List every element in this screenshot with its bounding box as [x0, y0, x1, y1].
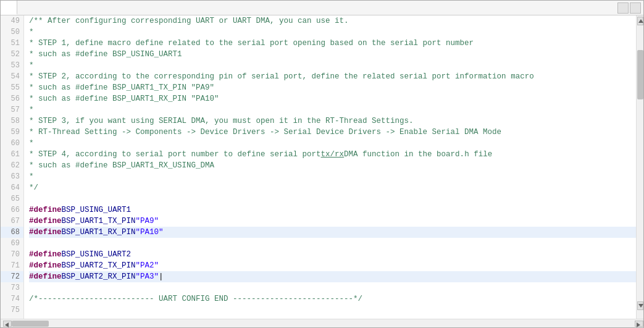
token: * STEP 1, define macro define related to… [29, 38, 474, 49]
code-line: #define BSP_UART2_TX_PIN "PA2" [29, 260, 636, 271]
h-scrollbar-thumb[interactable] [12, 321, 49, 327]
code-line: * [29, 27, 636, 38]
line-number: 53 [1, 60, 23, 71]
code-line: /** After configuring corresponding UART… [29, 15, 636, 27]
token: * RT-Thread Setting -> Components -> Dev… [29, 127, 501, 138]
code-line: * such as #define BSP_UART1_RX_USING_DMA [29, 160, 636, 171]
line-number-gutter: 4950515253545556575859606162636465666768… [1, 15, 24, 319]
token: "PA10" [136, 227, 164, 238]
code-line [29, 238, 636, 249]
code-line: * STEP 1, define macro define related to… [29, 38, 636, 49]
editor-window: 4950515253545556575859606162636465666768… [0, 0, 644, 328]
code-line: */ [29, 182, 636, 193]
line-number: 67 [1, 216, 23, 227]
line-number: 69 [1, 238, 23, 249]
code-line: #define BSP_UART2_RX_PIN "PA3"| [29, 271, 636, 282]
token: BSP_USING_UART2 [62, 249, 132, 260]
token: * such as #define BSP_UART1_RX_PIN "PA10… [29, 93, 219, 104]
line-number: 49 [1, 15, 23, 27]
line-number: 70 [1, 249, 23, 260]
minimize-button[interactable] [617, 2, 629, 14]
code-line: * [29, 138, 636, 149]
token: #define [29, 260, 62, 271]
token: #define [29, 249, 62, 260]
line-number: 52 [1, 49, 23, 60]
code-line: #define BSP_UART1_RX_PIN "PA10" [29, 227, 636, 238]
vertical-scrollbar[interactable] [636, 15, 643, 319]
token: BSP_UART1_TX_PIN [62, 216, 136, 227]
token: DMA function in the board.h file [344, 149, 492, 160]
token: */ [29, 182, 38, 193]
line-number: 66 [1, 204, 23, 216]
code-line: /*------------------------- UART CONFIG … [29, 293, 636, 305]
token: * [29, 138, 34, 149]
line-number: 72 [1, 271, 23, 282]
token: "PA3" [136, 271, 159, 282]
svg-marker-3 [637, 322, 640, 327]
line-number: 60 [1, 138, 23, 149]
code-line [29, 305, 636, 316]
line-number: 62 [1, 160, 23, 171]
line-number: 73 [1, 282, 23, 293]
code-line: * [29, 171, 636, 182]
token: * [29, 60, 34, 71]
tab-bar [1, 1, 643, 15]
token: BSP_UART2_TX_PIN [62, 260, 136, 271]
line-number: 68 [1, 227, 23, 238]
token: * such as #define BSP_USING_UART1 [29, 49, 182, 60]
code-lines: /** After configuring corresponding UART… [24, 15, 636, 316]
line-number: 74 [1, 293, 23, 305]
token: * STEP 3, if you want using SERIAL DMA, … [29, 116, 414, 127]
svg-marker-1 [638, 304, 643, 308]
scroll-left-arrow[interactable] [3, 321, 12, 327]
token: * [29, 27, 34, 38]
line-number: 51 [1, 38, 23, 49]
line-number: 57 [1, 104, 23, 116]
code-area[interactable]: /** After configuring corresponding UART… [24, 15, 636, 319]
token: tx/rx [321, 149, 345, 160]
code-line: * STEP 4, according to serial port numbe… [29, 149, 636, 160]
code-line: * [29, 60, 636, 71]
token: * such as #define BSP_UART1_TX_PIN "PA9" [29, 82, 214, 93]
file-tab[interactable] [1, 1, 17, 15]
token: #define [29, 216, 62, 227]
main-content: 4950515253545556575859606162636465666768… [1, 15, 643, 327]
scroll-right-arrow[interactable] [635, 321, 643, 327]
token: /*------------------------- UART CONFIG … [29, 293, 362, 305]
token: BSP_UART1_RX_PIN [62, 227, 136, 238]
line-number: 56 [1, 93, 23, 104]
code-line: * STEP 3, if you want using SERIAL DMA, … [29, 116, 636, 127]
token: #define [29, 227, 62, 238]
code-line [29, 282, 636, 293]
code-line: #define BSP_USING_UART1 [29, 204, 636, 216]
window-controls [617, 1, 643, 15]
scroll-up-arrow[interactable] [637, 17, 643, 25]
editor-area: 4950515253545556575859606162636465666768… [1, 15, 643, 327]
token: "PA2" [136, 260, 159, 271]
svg-marker-0 [638, 19, 643, 23]
token: BSP_USING_UART1 [62, 204, 132, 216]
line-number: 54 [1, 71, 23, 82]
code-line [29, 193, 636, 204]
line-number: 71 [1, 260, 23, 271]
token: * STEP 4, according to serial port numbe… [29, 149, 321, 160]
token: * such as #define BSP_UART1_RX_USING_DMA [29, 160, 214, 171]
code-line: * [29, 104, 636, 116]
code-line: #define BSP_UART1_TX_PIN "PA9" [29, 216, 636, 227]
token: #define [29, 271, 62, 282]
code-line: * such as #define BSP_UART1_TX_PIN "PA9" [29, 82, 636, 93]
code-line: * RT-Thread Setting -> Components -> Dev… [29, 127, 636, 138]
token: /** After configuring corresponding UART… [29, 15, 349, 27]
scrollbar-thumb[interactable] [637, 50, 643, 99]
token: "PA9" [136, 216, 159, 227]
horizontal-scrollbar[interactable] [1, 319, 643, 327]
scroll-down-arrow[interactable] [637, 301, 643, 310]
token: #define [29, 204, 62, 216]
line-number: 55 [1, 82, 23, 93]
line-number: 61 [1, 149, 23, 160]
token: * STEP 2, according to the corresponding… [29, 71, 534, 82]
line-number: 63 [1, 171, 23, 182]
line-number: 50 [1, 27, 23, 38]
maximize-button[interactable] [630, 2, 641, 14]
code-line: * such as #define BSP_UART1_RX_PIN "PA10… [29, 93, 636, 104]
